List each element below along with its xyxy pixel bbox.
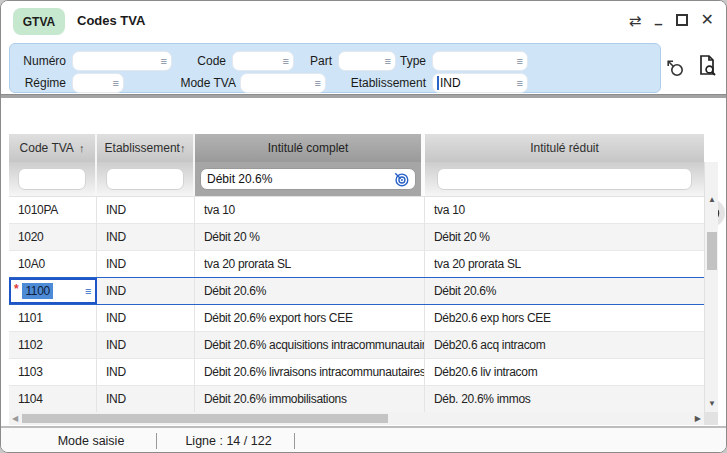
table-row[interactable]: *1100≡INDDébit 20.6%Débit 20.6% [9, 277, 704, 305]
list-icon[interactable]: ≡ [517, 78, 523, 89]
table-cell[interactable]: IND [97, 359, 195, 385]
regime-label: Régime [14, 73, 66, 93]
table-cell[interactable]: 10A0 [9, 251, 97, 277]
horizontal-scrollbar[interactable]: ◀ ▶ [9, 412, 704, 425]
column-header-code-tva[interactable]: Code TVA↑ [9, 134, 97, 162]
column-header-etablissement[interactable]: Etablissement↑ [97, 134, 195, 162]
table-cell[interactable]: Débit 20.6% export hors CEE [195, 305, 425, 331]
list-icon[interactable]: ≡ [113, 78, 119, 89]
table-cell[interactable]: Débit 20.6% immobilisations [195, 386, 425, 412]
etablissement-input[interactable]: IND≡ [432, 73, 528, 93]
table-cell[interactable]: 1103 [9, 359, 97, 385]
document-search-button[interactable] [695, 53, 719, 79]
type-input[interactable]: ≡ [432, 51, 528, 71]
table-header-row: Code TVA↑ Etablissement↑ Intitulé comple… [9, 134, 704, 162]
etablissement-filter-input[interactable] [106, 168, 184, 190]
codes-tva-table: Code TVA↑ Etablissement↑ Intitulé comple… [9, 134, 704, 413]
maximize-icon[interactable] [676, 14, 688, 26]
vertical-scrollbar[interactable]: ▲ ▼ [704, 162, 718, 412]
etablissement-label: Etablissement [326, 73, 426, 93]
code-input[interactable]: ≡ [232, 51, 294, 71]
status-divider [156, 433, 157, 449]
table-cell[interactable]: 1104 [9, 386, 97, 412]
column-header-intitule-reduit[interactable]: Intitulé réduit [425, 134, 704, 162]
status-bar: Mode saisie Ligne : 14 / 122 [1, 428, 727, 453]
scroll-left-icon[interactable]: ◀ [12, 414, 18, 423]
scroll-right-icon[interactable]: ▶ [695, 414, 701, 423]
minimize-icon[interactable]: – [654, 16, 662, 31]
scroll-down-icon[interactable]: ▼ [708, 399, 716, 408]
filter-cell: Débit 20.6% [195, 162, 425, 196]
table-cell[interactable]: tva 20 prorata SL [195, 251, 425, 277]
table-cell[interactable]: IND [97, 251, 195, 277]
type-label: Type [392, 51, 426, 71]
table-cell[interactable]: IND [97, 305, 195, 331]
table-cell[interactable]: IND [97, 197, 195, 223]
intitule-reduit-filter-input[interactable] [437, 168, 692, 190]
close-icon[interactable]: ✕ [701, 12, 714, 28]
table-cell[interactable]: IND [97, 278, 195, 304]
line-counter: Ligne : 14 / 122 [166, 432, 291, 450]
table-row[interactable]: 1104INDDébit 20.6% immobilisationsDéb. 2… [9, 386, 704, 413]
panel-splitter[interactable] [1, 94, 727, 98]
table-cell[interactable]: 1020 [9, 224, 97, 250]
table-cell[interactable]: Déb20.6 exp hors CEE [425, 305, 704, 331]
selected-code-cell[interactable]: *1100≡ [9, 278, 97, 304]
table-cell[interactable]: Déb20.6 acq intracom [425, 332, 704, 358]
scrollbar-corner [704, 412, 718, 425]
list-icon[interactable]: ≡ [283, 56, 289, 67]
intitule-complet-filter-input[interactable]: Débit 20.6% [200, 168, 416, 190]
table-cell[interactable]: 1101 [9, 305, 97, 331]
table-cell[interactable]: tva 10 [425, 197, 704, 223]
scroll-up-icon[interactable]: ▲ [708, 195, 716, 204]
target-icon [394, 172, 409, 187]
mode-tva-label: Mode TVA [160, 73, 236, 93]
list-icon[interactable]: ≡ [85, 285, 91, 297]
table-cell[interactable]: Déb. 20.6% immos [425, 386, 704, 412]
table-cell[interactable]: Débit 20.6% [425, 278, 704, 304]
table-row[interactable]: 1020INDDébit 20 %Débit 20 % [9, 224, 704, 251]
vertical-scroll-thumb[interactable] [707, 232, 717, 270]
table-cell[interactable]: Débit 20 % [425, 224, 704, 250]
table-cell[interactable]: IND [97, 224, 195, 250]
list-icon[interactable]: ≡ [385, 56, 391, 67]
code-tva-filter-input[interactable] [18, 168, 86, 190]
table-cell[interactable]: Débit 20.6% livraisons intracommunautair… [195, 359, 425, 385]
table-cell[interactable]: 1102 [9, 332, 97, 358]
selected-text[interactable]: 1100 [22, 283, 53, 299]
table-cell[interactable]: 1010PA [9, 197, 97, 223]
list-icon[interactable]: ≡ [315, 78, 321, 89]
table-row[interactable]: 1010PAINDtva 10tva 10 [9, 197, 704, 224]
column-header-intitule-complet[interactable]: Intitulé complet [195, 134, 425, 162]
table-row[interactable]: 1101INDDébit 20.6% export hors CEEDéb20.… [9, 305, 704, 332]
window-controls: ⇄ – ✕ [629, 7, 714, 33]
table-cell[interactable]: Débit 20.6% acquisitions intracommunauta… [195, 332, 425, 358]
table-cell[interactable]: Débit 20 % [195, 224, 425, 250]
table-filter-row: Débit 20.6% [9, 162, 704, 196]
list-icon[interactable]: ≡ [161, 56, 167, 67]
mode-tva-input[interactable]: ≡ [240, 73, 326, 93]
list-icon[interactable]: ≡ [517, 56, 523, 67]
horizontal-scroll-thumb[interactable] [22, 414, 388, 423]
table-row[interactable]: 1102INDDébit 20.6% acquisitions intracom… [9, 332, 704, 359]
etablissement-value: IND [437, 76, 461, 90]
document-search-icon [696, 54, 718, 78]
table-cell[interactable]: tva 20 prorata SL [425, 251, 704, 277]
table-cell[interactable]: IND [97, 386, 195, 412]
table-cell[interactable]: tva 10 [195, 197, 425, 223]
regime-input[interactable]: ≡ [72, 73, 124, 93]
required-asterisk: * [14, 282, 18, 296]
part-label: Part [298, 51, 332, 71]
table-cell[interactable]: IND [97, 332, 195, 358]
part-input[interactable]: ≡ [338, 51, 396, 71]
table-row[interactable]: 1103INDDébit 20.6% livraisons intracommu… [9, 359, 704, 386]
table-cell[interactable]: Déb20.6 liv intracom [425, 359, 704, 385]
table-cell[interactable]: Débit 20.6% [195, 278, 425, 304]
resize-icon[interactable]: ⇄ [629, 13, 642, 28]
search-button[interactable] [663, 55, 687, 81]
filter-cell [97, 162, 195, 196]
table-body: 1010PAINDtva 10tva 101020INDDébit 20 %Dé… [9, 196, 704, 413]
app-tab-gtva[interactable]: GTVA [13, 8, 65, 35]
table-row[interactable]: 10A0INDtva 20 prorata SLtva 20 prorata S… [9, 251, 704, 278]
numero-input[interactable]: ≡ [72, 51, 172, 71]
